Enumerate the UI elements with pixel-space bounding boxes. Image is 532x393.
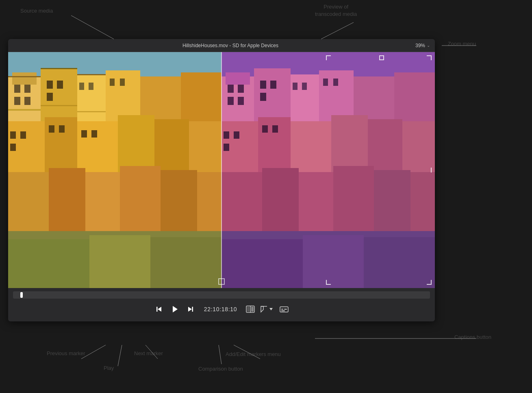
comparison-button[interactable] bbox=[243, 302, 257, 317]
annotation-comparison: Comparison button bbox=[198, 365, 243, 373]
title-bar: HillshideHouses.mov - SD for Apple Devic… bbox=[8, 39, 435, 52]
annotation-captions-text: Captions button bbox=[454, 334, 491, 340]
svg-rect-106 bbox=[280, 307, 288, 312]
transcoded-video-svg bbox=[221, 52, 435, 288]
annotation-preview-transcoded: Preview of transcoded media bbox=[315, 3, 357, 18]
annotation-source-media-text: Source media bbox=[20, 8, 53, 14]
captions-button[interactable] bbox=[277, 302, 291, 317]
corner-handle-br bbox=[427, 280, 432, 285]
annotation-prev-marker: Previous marker bbox=[47, 350, 85, 357]
annotation-add-edit-text: Add/Edit markers menu bbox=[226, 351, 281, 357]
video-divider[interactable] bbox=[221, 52, 222, 288]
annotation-source-media: Source media bbox=[20, 7, 53, 15]
annotation-captions-button: Captions button bbox=[454, 334, 491, 341]
svg-rect-93 bbox=[221, 52, 435, 288]
divider-handle[interactable] bbox=[218, 278, 225, 285]
svg-rect-108 bbox=[284, 309, 287, 310]
annotation-next-marker: Next marker bbox=[134, 350, 163, 357]
transcoded-video-frame bbox=[221, 52, 435, 288]
video-area bbox=[8, 52, 435, 288]
svg-rect-50 bbox=[8, 52, 221, 288]
play-button[interactable] bbox=[167, 301, 183, 317]
svg-marker-98 bbox=[188, 307, 192, 312]
corner-handle-bl bbox=[326, 280, 331, 285]
annotation-zoom-menu: Zoom menu bbox=[448, 40, 476, 48]
svg-marker-103 bbox=[261, 306, 263, 312]
svg-line-115 bbox=[118, 345, 122, 366]
annotation-play-text: Play bbox=[104, 365, 114, 371]
svg-marker-95 bbox=[158, 307, 161, 312]
annotation-prev-marker-text: Previous marker bbox=[47, 350, 85, 356]
zoom-value: 39% bbox=[415, 43, 425, 48]
next-marker-button[interactable] bbox=[183, 302, 198, 317]
title-filename: HillshideHouses.mov - SD for Apple Devic… bbox=[46, 43, 415, 48]
controls-row: 22:10:18:10 bbox=[8, 302, 435, 317]
scrubber-playhead[interactable] bbox=[20, 292, 23, 298]
source-media-panel bbox=[8, 52, 221, 288]
controls-area: 22:10:18:10 bbox=[8, 288, 435, 321]
svg-marker-96 bbox=[173, 306, 178, 312]
annotation-add-edit-markers: Add/Edit markers menu bbox=[226, 351, 281, 358]
corner-handle-tr bbox=[427, 55, 432, 60]
timecode-display: 22:10:18:10 bbox=[204, 306, 237, 312]
svg-line-110 bbox=[71, 15, 114, 39]
zoom-control[interactable]: 39% ⌄ bbox=[415, 43, 430, 48]
scrubber-bar[interactable] bbox=[13, 291, 430, 299]
svg-rect-109 bbox=[281, 310, 285, 311]
annotation-preview-text: Preview of transcoded media bbox=[315, 4, 357, 17]
add-edit-markers-button[interactable] bbox=[257, 302, 276, 317]
zoom-chevron-icon: ⌄ bbox=[427, 43, 430, 48]
svg-rect-101 bbox=[247, 307, 250, 312]
svg-marker-105 bbox=[269, 308, 273, 310]
source-video-svg bbox=[8, 52, 221, 288]
svg-line-117 bbox=[219, 345, 221, 364]
corner-handle-tl bbox=[326, 55, 331, 60]
source-video-frame bbox=[8, 52, 221, 288]
annotation-next-marker-text: Next marker bbox=[134, 350, 163, 356]
top-center-handle bbox=[379, 55, 384, 60]
corner-handle-mr bbox=[427, 168, 432, 172]
svg-rect-107 bbox=[281, 309, 283, 310]
annotation-comparison-text: Comparison button bbox=[198, 366, 243, 372]
player-container: HillshideHouses.mov - SD for Apple Devic… bbox=[8, 39, 435, 321]
svg-rect-94 bbox=[156, 307, 158, 312]
annotation-zoom-text: Zoom menu bbox=[448, 41, 476, 47]
svg-rect-97 bbox=[192, 307, 193, 312]
transcoded-media-panel bbox=[221, 52, 435, 288]
previous-marker-button[interactable] bbox=[152, 302, 167, 317]
svg-line-111 bbox=[321, 22, 354, 39]
annotation-play: Play bbox=[104, 365, 114, 372]
svg-rect-102 bbox=[251, 307, 254, 312]
